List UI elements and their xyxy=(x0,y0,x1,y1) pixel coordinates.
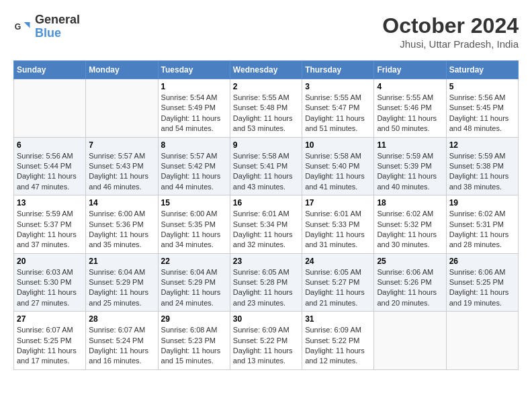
calendar-cell xyxy=(86,79,158,138)
day-info: Sunrise: 6:02 AM Sunset: 5:32 PM Dayligh… xyxy=(377,209,443,250)
sunrise-text: Sunrise: 5:54 AM xyxy=(161,93,218,101)
daylight-text: Daylight: 11 hours and 24 minutes. xyxy=(161,288,221,306)
logo-text: General Blue xyxy=(35,13,80,40)
daylight-text: Daylight: 11 hours and 28 minutes. xyxy=(449,230,509,248)
sunrise-text: Sunrise: 6:05 AM xyxy=(233,268,290,276)
calendar-cell: 5 Sunrise: 5:56 AM Sunset: 5:45 PM Dayli… xyxy=(446,79,518,138)
day-number: 12 xyxy=(449,140,515,150)
calendar-cell: 22 Sunrise: 6:04 AM Sunset: 5:29 PM Dayl… xyxy=(158,253,230,312)
daylight-text: Daylight: 11 hours and 40 minutes. xyxy=(377,172,437,190)
calendar-week-row: 13 Sunrise: 5:59 AM Sunset: 5:37 PM Dayl… xyxy=(14,195,519,254)
day-info: Sunrise: 5:59 AM Sunset: 5:37 PM Dayligh… xyxy=(17,209,83,250)
calendar-cell: 26 Sunrise: 6:06 AM Sunset: 5:25 PM Dayl… xyxy=(446,253,518,312)
daylight-text: Daylight: 11 hours and 25 minutes. xyxy=(89,288,148,306)
calendar-week-row: 27 Sunrise: 6:07 AM Sunset: 5:25 PM Dayl… xyxy=(14,312,519,370)
day-info: Sunrise: 6:05 AM Sunset: 5:28 PM Dayligh… xyxy=(233,267,299,309)
daylight-text: Daylight: 11 hours and 37 minutes. xyxy=(17,230,77,248)
sunset-text: Sunset: 5:49 PM xyxy=(161,103,216,111)
calendar-cell: 30 Sunrise: 6:09 AM Sunset: 5:22 PM Dayl… xyxy=(230,312,302,370)
sunrise-text: Sunrise: 6:09 AM xyxy=(305,326,361,334)
sunset-text: Sunset: 5:47 PM xyxy=(305,103,359,111)
sunset-text: Sunset: 5:23 PM xyxy=(161,336,216,345)
sunrise-text: Sunrise: 6:04 AM xyxy=(89,268,145,276)
day-number: 31 xyxy=(305,314,371,324)
daylight-text: Daylight: 11 hours and 50 minutes. xyxy=(377,114,437,132)
day-number: 13 xyxy=(17,198,83,208)
sunrise-text: Sunrise: 5:55 AM xyxy=(377,93,433,101)
day-info: Sunrise: 6:00 AM Sunset: 5:35 PM Dayligh… xyxy=(161,209,227,250)
sunrise-text: Sunrise: 5:56 AM xyxy=(17,152,73,160)
sunrise-text: Sunrise: 6:09 AM xyxy=(233,326,290,334)
day-number: 1 xyxy=(161,82,227,91)
day-number: 28 xyxy=(89,314,154,324)
calendar-cell: 29 Sunrise: 6:08 AM Sunset: 5:23 PM Dayl… xyxy=(158,312,230,370)
sunrise-text: Sunrise: 5:59 AM xyxy=(449,152,506,160)
daylight-text: Daylight: 11 hours and 34 minutes. xyxy=(161,230,221,248)
day-info: Sunrise: 6:04 AM Sunset: 5:29 PM Dayligh… xyxy=(89,267,154,309)
sunrise-text: Sunrise: 6:01 AM xyxy=(305,210,361,218)
calendar-cell: 18 Sunrise: 6:02 AM Sunset: 5:32 PM Dayl… xyxy=(374,195,446,254)
calendar-cell: 9 Sunrise: 5:58 AM Sunset: 5:41 PM Dayli… xyxy=(230,137,302,195)
daylight-text: Daylight: 11 hours and 47 minutes. xyxy=(17,172,77,190)
sunrise-text: Sunrise: 6:08 AM xyxy=(161,326,218,334)
day-number: 2 xyxy=(233,82,299,91)
day-number: 5 xyxy=(449,82,515,91)
day-info: Sunrise: 5:55 AM Sunset: 5:47 PM Dayligh… xyxy=(305,93,371,134)
day-info: Sunrise: 6:01 AM Sunset: 5:33 PM Dayligh… xyxy=(305,209,371,250)
day-info: Sunrise: 6:09 AM Sunset: 5:22 PM Dayligh… xyxy=(233,325,299,367)
daylight-text: Daylight: 11 hours and 32 minutes. xyxy=(233,230,293,248)
svg-marker-1 xyxy=(24,22,30,28)
calendar-cell: 8 Sunrise: 5:57 AM Sunset: 5:42 PM Dayli… xyxy=(158,137,230,195)
sunset-text: Sunset: 5:22 PM xyxy=(305,336,359,345)
sunset-text: Sunset: 5:36 PM xyxy=(89,220,143,228)
day-number: 4 xyxy=(377,82,443,91)
day-number: 9 xyxy=(233,140,299,150)
day-info: Sunrise: 6:03 AM Sunset: 5:30 PM Dayligh… xyxy=(17,267,83,309)
daylight-text: Daylight: 11 hours and 48 minutes. xyxy=(449,114,509,132)
calendar-cell: 19 Sunrise: 6:02 AM Sunset: 5:31 PM Dayl… xyxy=(446,195,518,254)
calendar-cell: 14 Sunrise: 6:00 AM Sunset: 5:36 PM Dayl… xyxy=(86,195,158,254)
sunrise-text: Sunrise: 5:58 AM xyxy=(305,152,361,160)
daylight-text: Daylight: 11 hours and 20 minutes. xyxy=(377,288,437,306)
calendar-cell xyxy=(446,312,518,370)
sunset-text: Sunset: 5:33 PM xyxy=(305,220,359,228)
daylight-text: Daylight: 11 hours and 46 minutes. xyxy=(89,172,148,190)
sunset-text: Sunset: 5:44 PM xyxy=(17,162,71,170)
daylight-text: Daylight: 11 hours and 21 minutes. xyxy=(305,288,365,306)
day-number: 29 xyxy=(161,314,227,324)
sunrise-text: Sunrise: 6:00 AM xyxy=(89,210,145,218)
calendar-cell: 27 Sunrise: 6:07 AM Sunset: 5:25 PM Dayl… xyxy=(14,312,86,370)
sunset-text: Sunset: 5:39 PM xyxy=(377,162,431,170)
sunrise-text: Sunrise: 5:57 AM xyxy=(161,152,218,160)
calendar-week-row: 1 Sunrise: 5:54 AM Sunset: 5:49 PM Dayli… xyxy=(14,79,519,138)
daylight-text: Daylight: 11 hours and 30 minutes. xyxy=(377,230,437,248)
day-number: 10 xyxy=(305,140,371,150)
daylight-text: Daylight: 11 hours and 12 minutes. xyxy=(305,347,365,365)
day-number: 26 xyxy=(449,257,515,266)
day-info: Sunrise: 6:04 AM Sunset: 5:29 PM Dayligh… xyxy=(161,267,227,309)
sunrise-text: Sunrise: 6:02 AM xyxy=(449,210,506,218)
day-number: 21 xyxy=(89,257,154,266)
sunset-text: Sunset: 5:43 PM xyxy=(89,162,143,170)
calendar-week-row: 6 Sunrise: 5:56 AM Sunset: 5:44 PM Dayli… xyxy=(14,137,519,195)
daylight-text: Daylight: 11 hours and 51 minutes. xyxy=(305,114,365,132)
sunset-text: Sunset: 5:28 PM xyxy=(233,278,287,286)
calendar-cell: 23 Sunrise: 6:05 AM Sunset: 5:28 PM Dayl… xyxy=(230,253,302,312)
day-info: Sunrise: 5:58 AM Sunset: 5:40 PM Dayligh… xyxy=(305,151,371,193)
daylight-text: Daylight: 11 hours and 44 minutes. xyxy=(161,172,221,190)
day-info: Sunrise: 5:55 AM Sunset: 5:46 PM Dayligh… xyxy=(377,93,443,134)
sunset-text: Sunset: 5:31 PM xyxy=(449,220,504,228)
day-number: 22 xyxy=(161,257,227,266)
day-number: 3 xyxy=(305,82,371,91)
sunrise-text: Sunrise: 6:04 AM xyxy=(161,268,218,276)
sunset-text: Sunset: 5:25 PM xyxy=(17,336,71,345)
calendar-cell: 21 Sunrise: 6:04 AM Sunset: 5:29 PM Dayl… xyxy=(86,253,158,312)
sunrise-text: Sunrise: 6:03 AM xyxy=(17,268,73,276)
day-info: Sunrise: 6:06 AM Sunset: 5:26 PM Dayligh… xyxy=(377,267,443,309)
title-block: October 2024 Jhusi, Uttar Pradesh, India xyxy=(382,13,519,50)
day-info: Sunrise: 5:57 AM Sunset: 5:43 PM Dayligh… xyxy=(89,151,154,193)
daylight-text: Daylight: 11 hours and 16 minutes. xyxy=(89,347,148,365)
sunrise-text: Sunrise: 6:07 AM xyxy=(17,326,73,334)
sunset-text: Sunset: 5:25 PM xyxy=(449,278,504,286)
sunrise-text: Sunrise: 6:00 AM xyxy=(161,210,218,218)
